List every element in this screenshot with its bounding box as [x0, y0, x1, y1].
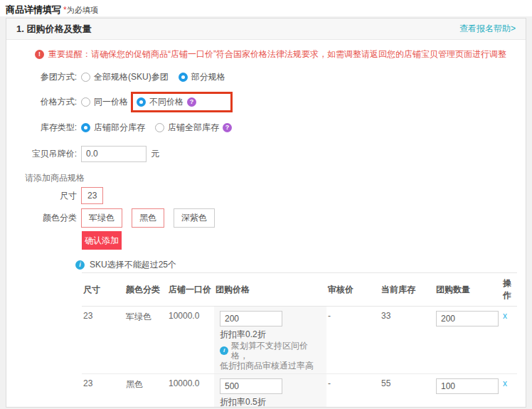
header-group-qty: 团购数量	[435, 273, 501, 307]
radio-selected-icon[interactable]	[179, 73, 188, 82]
sku-limit-note: i SKU选择不能超过25个	[75, 260, 526, 270]
stock-type-option-partial[interactable]: 店铺部分库存	[81, 122, 145, 134]
price-mode-option-same[interactable]: 同一价格	[81, 96, 128, 108]
tag-price-input[interactable]	[81, 146, 147, 162]
confirm-add-button[interactable]: 确认添加	[82, 231, 122, 250]
header-current-stock: 当前库存	[380, 273, 435, 307]
table-header-row: 尺寸 颜色分类 店铺一口价 团购价格 审核价 当前库存 团购数量 操作	[82, 273, 517, 307]
group-buy-panel: 1. 团购价格及数量 查看报名帮助> ! 重要提醒：请确保您的促销商品“店铺一口…	[6, 18, 526, 408]
cell-size: 23	[82, 307, 124, 374]
cell-shop-price: 10000.0	[167, 374, 214, 408]
tag-price-row: 宝贝吊牌价: 元	[6, 145, 526, 162]
sku-limit-text: SKU选择不能超过25个	[90, 259, 176, 271]
group-price-input[interactable]	[220, 378, 282, 394]
delete-row-link[interactable]: x	[503, 378, 507, 388]
price-tip-line1: 聚划算不支持区间价格，	[231, 341, 321, 361]
radio-label: 全部规格(SKU)参团	[94, 71, 169, 83]
header-size: 尺寸	[82, 273, 124, 307]
radio-unselected-icon[interactable]	[81, 97, 90, 107]
header-actions: 操作	[501, 273, 517, 307]
price-tip-line2: 低折扣商品审核通过率高	[220, 361, 321, 371]
header-shop-price: 店铺一口价	[167, 273, 214, 307]
radio-label: 同一价格	[94, 96, 128, 108]
header-color: 颜色分类	[124, 273, 167, 307]
cell-shop-price: 10000.0	[167, 307, 214, 374]
cell-size: 23	[82, 374, 124, 408]
table-row: 23 军绿色 10000.0 折扣率0.2折 i 聚划算不支持区间价格， 低折扣…	[82, 307, 517, 374]
join-mode-option-all-sku[interactable]: 全部规格(SKU)参团	[81, 71, 169, 83]
warning-text: 重要提醒：请确保您的促销商品“店铺一口价”符合国家价格法律法规要求，如需调整请返…	[48, 48, 506, 60]
cell-actions: x	[501, 307, 517, 374]
size-value-box[interactable]: 23	[81, 187, 103, 204]
group-qty-input[interactable]	[436, 378, 499, 394]
page-header: 商品详情填写*为必填项	[0, 0, 532, 16]
tag-price-unit: 元	[151, 148, 159, 160]
radio-label: 店铺全部库存	[168, 122, 219, 134]
cell-group-price: 折扣率0.5折 i 聚划算不支持区间价格， 低折扣商品审核通过率高	[214, 374, 326, 408]
price-law-warning: ! 重要提醒：请确保您的促销商品“店铺一口价”符合国家价格法律法规要求，如需调整…	[35, 48, 526, 60]
price-mode-row: 价格方式: 同一价格 不同价格 ?	[6, 94, 526, 110]
radio-label: 不同价格	[149, 96, 183, 108]
color-option-army-green[interactable]: 军绿色	[81, 208, 122, 228]
cell-actions: x	[501, 374, 517, 408]
color-label: 颜色分类	[6, 212, 81, 224]
warning-icon: !	[35, 50, 44, 59]
cell-current-stock: 55	[380, 374, 435, 408]
stock-type-row: 库存类型: 店铺部分库存 店铺全部库存 ?	[6, 119, 526, 135]
join-mode-option-partial[interactable]: 部分规格	[179, 71, 225, 83]
radio-unselected-icon[interactable]	[81, 73, 90, 82]
cell-color: 军绿色	[124, 307, 167, 374]
header-group-price: 团购价格	[214, 273, 326, 307]
highlight-box: 不同价格 ?	[131, 92, 233, 112]
stock-type-help-icon[interactable]: ?	[223, 123, 232, 132]
join-mode-label: 参团方式:	[6, 71, 81, 83]
sku-table: 尺寸 颜色分类 店铺一口价 团购价格 审核价 当前库存 团购数量 操作 23 军…	[82, 272, 517, 408]
page-title: 商品详情填写	[6, 4, 61, 15]
cell-group-qty	[435, 307, 501, 374]
delete-row-link[interactable]: x	[503, 311, 507, 321]
signup-help-link[interactable]: 查看报名帮助>	[459, 23, 516, 35]
color-option-dark-purple[interactable]: 深紫色	[174, 208, 215, 228]
cell-color: 黑色	[124, 374, 167, 408]
radio-label: 店铺部分库存	[94, 122, 145, 134]
group-qty-input[interactable]	[436, 311, 499, 326]
cell-current-stock: 33	[380, 307, 435, 374]
cell-group-qty	[435, 374, 501, 408]
radio-selected-icon[interactable]	[137, 97, 146, 107]
table-row: 23 黑色 10000.0 折扣率0.5折 i 聚划算不支持区间价格， 低折扣商…	[82, 374, 517, 408]
cell-audit-price: -	[326, 307, 380, 374]
tag-price-label: 宝贝吊牌价:	[6, 148, 81, 160]
required-note: 为必填项	[67, 6, 98, 14]
stock-type-option-all[interactable]: 店铺全部库存	[155, 122, 219, 134]
cell-audit-price: -	[326, 374, 380, 408]
color-row: 颜色分类 军绿色 黑色 深紫色	[6, 208, 526, 227]
discount-note: 折扣率0.2折	[220, 329, 321, 339]
radio-selected-icon[interactable]	[81, 123, 90, 132]
info-icon: i	[220, 346, 228, 355]
radio-label: 部分规格	[191, 71, 225, 83]
price-mode-option-different[interactable]: 不同价格	[137, 96, 183, 108]
color-option-black[interactable]: 黑色	[132, 208, 164, 228]
price-mode-help-icon[interactable]: ?	[187, 97, 196, 107]
spec-section-title: 请添加商品规格	[25, 172, 526, 183]
section-header: 1. 团购价格及数量 查看报名帮助>	[6, 18, 526, 40]
header-audit-price: 审核价	[326, 273, 380, 307]
info-icon: i	[75, 260, 85, 270]
radio-unselected-icon[interactable]	[155, 123, 164, 132]
cell-group-price: 折扣率0.2折 i 聚划算不支持区间价格， 低折扣商品审核通过率高	[214, 307, 326, 374]
size-label: 尺寸	[6, 190, 81, 202]
size-row: 尺寸 23	[6, 186, 526, 205]
join-mode-row: 参团方式: 全部规格(SKU)参团 部分规格	[6, 69, 526, 85]
group-price-input[interactable]	[220, 311, 282, 326]
section-title: 1. 团购价格及数量	[16, 23, 91, 36]
price-tip: i 聚划算不支持区间价格，	[220, 341, 321, 361]
price-mode-label: 价格方式:	[6, 96, 81, 108]
discount-note: 折扣率0.5折	[220, 397, 321, 407]
stock-type-label: 库存类型:	[6, 122, 81, 134]
